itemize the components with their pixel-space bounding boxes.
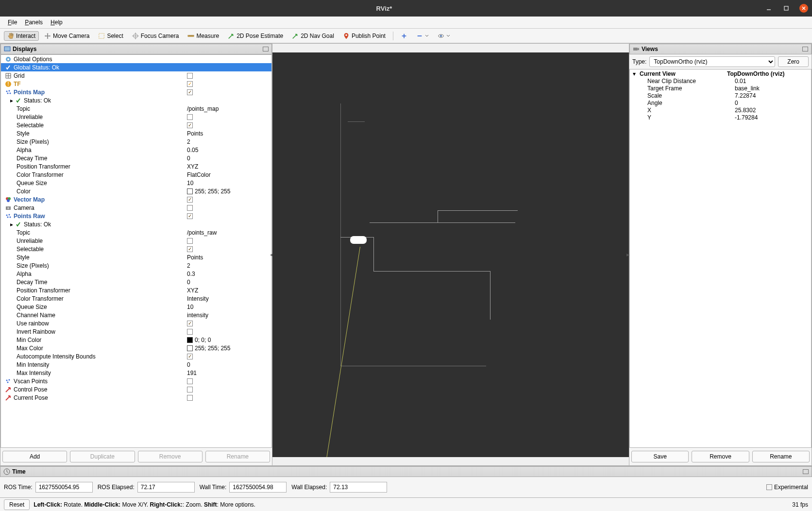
maximize-button[interactable] [782, 4, 791, 13]
reset-button[interactable]: Reset [4, 499, 30, 510]
checkbox[interactable] [187, 73, 193, 79]
tree-item-global-options[interactable]: Global Options [1, 55, 271, 63]
add-button[interactable]: Add [2, 451, 67, 462]
displays-panel-header[interactable]: Displays [0, 44, 272, 54]
rename-button[interactable]: Rename [205, 451, 270, 462]
checkbox[interactable] [187, 89, 193, 95]
expand-icon[interactable]: ▸ [9, 98, 14, 103]
right-splitter-handle[interactable]: ▸ [626, 240, 631, 269]
tree-prop[interactable]: Queue Size10 [1, 179, 271, 187]
wall-elapsed-field[interactable] [330, 482, 387, 493]
time-panel-header[interactable]: Time [0, 466, 812, 477]
duplicate-button[interactable]: Duplicate [70, 451, 135, 462]
tree-prop[interactable]: Use rainbow [1, 319, 271, 327]
measure-tool[interactable]: Measure [184, 31, 222, 41]
minimize-button[interactable] [764, 4, 773, 13]
close-button[interactable] [799, 4, 808, 13]
tree-item-points-raw[interactable]: Points Raw [1, 212, 271, 220]
remove-tool[interactable] [413, 31, 432, 41]
tree-prop[interactable]: Selectable [1, 121, 271, 129]
tree-prop[interactable]: Color TransformerIntensity [1, 294, 271, 303]
expand-icon[interactable]: ▸ [9, 221, 14, 227]
tree-prop[interactable]: Color255; 255; 255 [1, 187, 271, 195]
checkbox[interactable] [187, 213, 193, 219]
tree-prop[interactable]: StylePoints [1, 253, 271, 261]
tree-prop[interactable]: Topic/points_map [1, 104, 271, 113]
tree-prop[interactable]: Max Color255; 255; 255 [1, 344, 271, 352]
tree-item-control-pose[interactable]: Control Pose [1, 385, 271, 393]
checkbox[interactable] [187, 395, 193, 401]
tree-prop[interactable]: Decay Time0 [1, 154, 271, 162]
tree-item-vector-map[interactable]: Vector Map [1, 195, 271, 204]
nav-goal-tool[interactable]: 2D Nav Goal [288, 31, 338, 41]
checkbox[interactable] [187, 321, 193, 326]
save-view-button[interactable]: Save [631, 451, 689, 462]
tree-prop[interactable]: Alpha0.05 [1, 146, 271, 154]
zero-button[interactable]: Zero [778, 56, 809, 67]
tree-prop[interactable]: Invert Rainbow [1, 327, 271, 336]
tree-prop[interactable]: Color TransformerFlatColor [1, 170, 271, 179]
tree-prop[interactable]: Autocompute Intensity Bounds [1, 352, 271, 360]
checkbox[interactable] [187, 197, 193, 203]
add-tool[interactable] [397, 31, 411, 41]
tree-prop[interactable]: Size (Pixels)2 [1, 261, 271, 270]
interact-tool[interactable]: Interact [4, 31, 39, 41]
checkbox[interactable] [187, 387, 193, 392]
wall-time-field[interactable] [229, 482, 287, 493]
tree-item-status[interactable]: ▸ Status: Ok [1, 96, 271, 104]
views-tree[interactable]: ▾Current ViewTopDownOrtho (rviz) Near Cl… [629, 69, 812, 448]
menu-panels[interactable]: Panels [21, 17, 47, 27]
pose-estimate-tool[interactable]: 2D Pose Estimate [224, 31, 287, 41]
panel-collapse-icon[interactable] [802, 47, 808, 51]
tree-prop[interactable]: Channel Nameintensity [1, 311, 271, 319]
panel-collapse-icon[interactable] [803, 469, 809, 474]
publish-point-tool[interactable]: Publish Point [339, 31, 389, 41]
checkbox[interactable] [187, 114, 193, 120]
tree-prop[interactable]: Min Intensity0 [1, 360, 271, 369]
tree-item-points-map[interactable]: Points Map [1, 88, 271, 96]
tree-item-tf[interactable]: ! TF [1, 80, 271, 88]
checkbox[interactable] [187, 81, 193, 87]
tree-prop[interactable]: Position TransformerXYZ [1, 286, 271, 294]
move-camera-tool[interactable]: Move Camera [41, 31, 93, 41]
tree-item-global-status[interactable]: Global Status: Ok [1, 63, 271, 71]
tree-prop[interactable]: Position TransformerXYZ [1, 162, 271, 170]
menu-file[interactable]: File [4, 17, 21, 27]
checkbox[interactable] [187, 238, 193, 244]
checkbox[interactable] [187, 329, 193, 335]
3d-viewport[interactable] [272, 52, 629, 457]
tree-item-camera[interactable]: Camera [1, 204, 271, 212]
experimental-checkbox[interactable] [766, 484, 772, 490]
tree-prop[interactable]: Selectable [1, 245, 271, 253]
ros-elapsed-field[interactable] [137, 482, 195, 493]
tree-prop[interactable]: Queue Size10 [1, 303, 271, 311]
rename-view-button[interactable]: Rename [752, 451, 810, 462]
displays-tree[interactable]: Global Options Global Status: Ok Grid ! … [0, 54, 272, 448]
checkbox[interactable] [187, 205, 193, 211]
tree-prop[interactable]: Unreliable [1, 113, 271, 121]
panel-collapse-icon[interactable] [263, 47, 269, 51]
select-tool[interactable]: Select [95, 31, 126, 41]
focus-camera-tool[interactable]: Focus Camera [129, 31, 183, 41]
tree-prop[interactable]: Size (Pixels)2 [1, 137, 271, 146]
tree-prop[interactable]: Decay Time0 [1, 278, 271, 286]
view-type-select[interactable]: TopDownOrtho (rviz) [649, 56, 775, 67]
checkbox[interactable] [187, 122, 193, 128]
remove-button[interactable]: Remove [138, 451, 203, 462]
remove-view-button[interactable]: Remove [692, 451, 749, 462]
tree-prop[interactable]: Unreliable [1, 237, 271, 245]
checkbox[interactable] [187, 246, 193, 252]
tree-prop[interactable]: Min Color0; 0; 0 [1, 336, 271, 344]
tree-prop[interactable]: StylePoints [1, 129, 271, 137]
menu-help[interactable]: Help [47, 17, 67, 27]
views-panel-header[interactable]: Views [629, 44, 812, 54]
tree-item-vscan[interactable]: Vscan Points [1, 377, 271, 385]
checkbox[interactable] [187, 354, 193, 359]
tree-item-status[interactable]: ▸ Status: Ok [1, 220, 271, 228]
ros-time-field[interactable] [35, 482, 93, 493]
tree-prop[interactable]: Max Intensity191 [1, 369, 271, 377]
tree-prop[interactable]: Alpha0.3 [1, 270, 271, 278]
checkbox[interactable] [187, 378, 193, 384]
eye-tool[interactable] [434, 31, 454, 41]
tree-item-grid[interactable]: Grid [1, 71, 271, 80]
